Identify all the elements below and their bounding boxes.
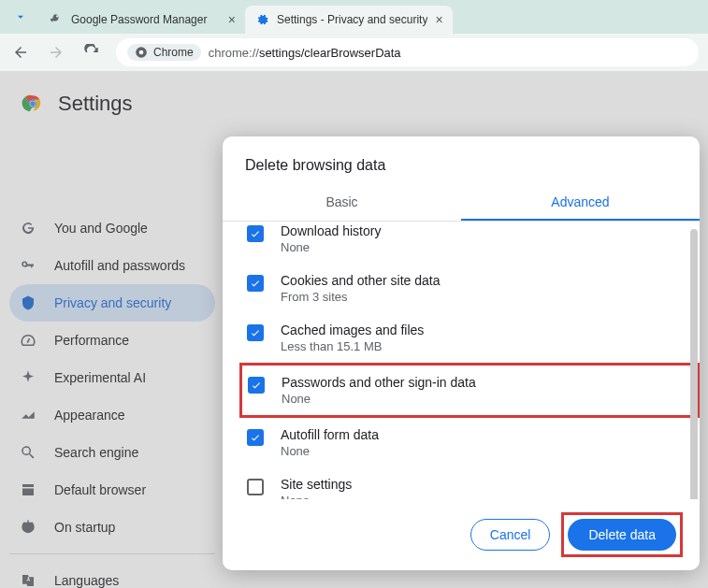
row-download-history[interactable]: Download historyNone (243, 223, 696, 264)
close-icon[interactable]: × (435, 12, 442, 27)
forward-button[interactable] (45, 41, 67, 64)
close-icon[interactable]: × (228, 12, 236, 27)
chrome-icon (135, 46, 148, 59)
cancel-button[interactable]: Cancel (470, 519, 551, 551)
browser-tab-settings[interactable]: Settings - Privacy and security × (245, 6, 453, 34)
row-cookies[interactable]: Cookies and other site dataFrom 3 sites (243, 264, 696, 313)
checkbox[interactable] (248, 377, 265, 394)
url-input[interactable]: Chrome chrome://settings/clearBrowserDat… (116, 38, 699, 66)
reload-button[interactable] (80, 41, 103, 64)
svg-point-1 (139, 50, 144, 55)
row-cache[interactable]: Cached images and filesLess than 15.1 MB (243, 313, 696, 363)
browser-tab-bar: Google Password Manager × Settings - Pri… (0, 0, 708, 34)
row-sub: Less than 15.1 MB (281, 339, 692, 353)
browser-tab-password-manager[interactable]: Google Password Manager × (39, 6, 245, 34)
row-label: Cookies and other site data (281, 273, 692, 288)
back-button[interactable] (9, 41, 32, 64)
address-bar: Chrome chrome://settings/clearBrowserDat… (0, 34, 708, 71)
highlight-passwords: Passwords and other sign-in dataNone (239, 363, 700, 418)
row-sub: None (282, 392, 691, 406)
gear-icon (254, 12, 269, 27)
checkbox[interactable] (247, 479, 264, 495)
key-icon (49, 12, 64, 27)
row-passwords[interactable]: Passwords and other sign-in dataNone (244, 371, 695, 409)
row-sub: None (281, 494, 692, 499)
dialog-footer: Cancel Delete data (223, 499, 700, 570)
tab-search-button[interactable] (7, 4, 34, 30)
checkbox[interactable] (247, 225, 264, 242)
row-label: Cached images and files (281, 323, 692, 337)
delete-data-button[interactable]: Delete data (568, 519, 676, 551)
row-label: Site settings (281, 477, 692, 492)
row-site-settings[interactable]: Site settingsNone (243, 467, 696, 499)
delete-browsing-data-dialog: Delete browsing data Basic Advanced Down… (223, 136, 700, 570)
tab-title: Google Password Manager (71, 13, 221, 26)
row-autofill[interactable]: Autofill form dataNone (243, 418, 696, 467)
scrollbar[interactable] (690, 229, 698, 499)
chrome-chip: Chrome (127, 44, 201, 61)
dialog-tabs: Basic Advanced (223, 185, 700, 222)
row-label: Download history (281, 223, 692, 238)
tab-advanced[interactable]: Advanced (461, 185, 700, 221)
dialog-title: Delete browsing data (223, 136, 700, 185)
row-sub: None (281, 444, 692, 458)
row-label: Autofill form data (281, 427, 692, 442)
row-sub: None (281, 240, 692, 254)
tab-title: Settings - Privacy and security (277, 13, 427, 26)
checkbox[interactable] (247, 324, 264, 341)
row-label: Passwords and other sign-in data (282, 375, 691, 390)
checkbox[interactable] (247, 429, 264, 446)
chip-label: Chrome (153, 46, 194, 59)
tab-basic[interactable]: Basic (223, 185, 461, 221)
row-sub: From 3 sites (281, 290, 692, 304)
url-text: chrome://settings/clearBrowserData (209, 46, 401, 60)
highlight-delete-button: Delete data (561, 512, 683, 557)
checkbox[interactable] (247, 275, 264, 292)
dialog-body: Download historyNone Cookies and other s… (223, 222, 700, 499)
